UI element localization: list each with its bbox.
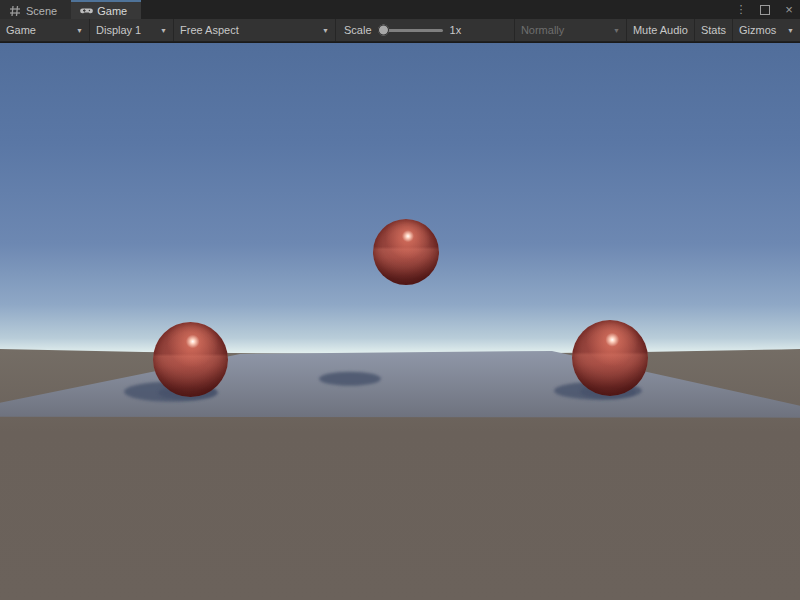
maximize-icon[interactable]	[758, 3, 772, 17]
gamepad-icon	[80, 5, 92, 17]
unity-game-window: Scene Game ⋮ × Game ▼ Display 1	[0, 0, 800, 600]
display-label: Display 1	[96, 24, 141, 36]
mute-audio-button[interactable]: Mute Audio	[626, 19, 694, 41]
chevron-down-icon: ▼	[322, 27, 329, 34]
tab-game-label: Game	[97, 5, 127, 17]
kebab-menu-icon[interactable]: ⋮	[734, 3, 748, 17]
scale-slider[interactable]	[379, 29, 443, 32]
window-tab-bar: Scene Game ⋮ ×	[0, 0, 800, 19]
stats-button[interactable]: Stats	[694, 19, 732, 41]
game-viewport[interactable]	[0, 42, 800, 600]
scale-value: 1x	[450, 24, 462, 36]
aspect-ratio-label: Free Aspect	[180, 24, 239, 36]
close-icon[interactable]: ×	[782, 3, 796, 17]
chevron-down-icon: ▼	[160, 27, 167, 34]
chevron-down-icon: ▼	[613, 27, 620, 34]
tab-scene-label: Scene	[26, 5, 57, 17]
red-sphere-right	[572, 320, 648, 396]
chevron-down-icon: ▼	[787, 27, 794, 34]
scale-slider-knob[interactable]	[378, 25, 389, 36]
tab-game[interactable]: Game	[71, 0, 141, 19]
red-sphere-left	[153, 322, 228, 397]
view-selector-dropdown[interactable]: Game ▼	[0, 19, 90, 41]
shadow-center-sphere	[319, 372, 381, 386]
scale-control: Scale 1x	[336, 19, 469, 41]
aspect-ratio-dropdown[interactable]: Free Aspect ▼	[174, 19, 336, 41]
gizmos-dropdown[interactable]: Gizmos ▼	[732, 19, 800, 41]
play-mode-label: Normally	[521, 24, 564, 36]
gizmos-label: Gizmos	[739, 24, 776, 36]
scale-label: Scale	[344, 24, 372, 36]
terrain-render	[0, 43, 800, 600]
window-controls: ⋮ ×	[734, 0, 796, 19]
toolbar-right-group: Normally ▼ Mute Audio Stats Gizmos ▼	[514, 19, 800, 41]
tab-scene[interactable]: Scene	[0, 0, 71, 19]
red-sphere-center	[373, 219, 439, 285]
grid-icon	[9, 5, 21, 17]
chevron-down-icon: ▼	[76, 27, 83, 34]
view-selector-label: Game	[6, 24, 36, 36]
display-dropdown[interactable]: Display 1 ▼	[90, 19, 174, 41]
game-view-toolbar: Game ▼ Display 1 ▼ Free Aspect ▼ Scale 1…	[0, 19, 800, 42]
play-mode-dropdown: Normally ▼	[514, 19, 626, 41]
